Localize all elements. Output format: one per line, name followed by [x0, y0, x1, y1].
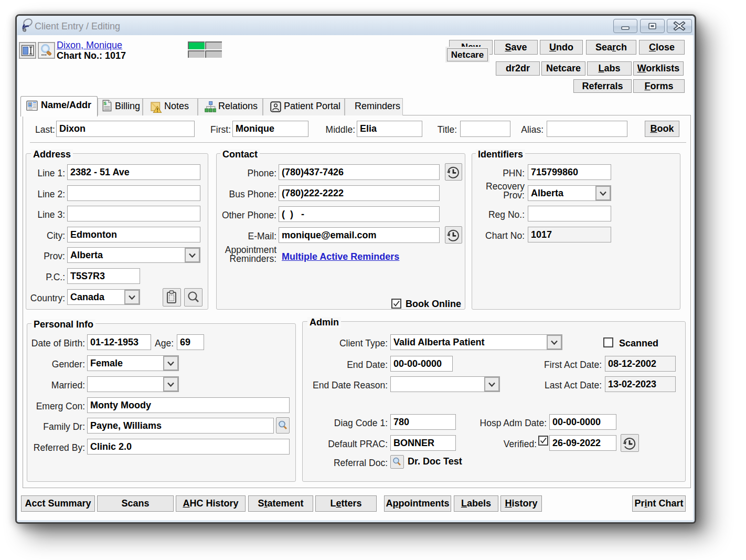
svg-text:$: $	[103, 100, 106, 106]
